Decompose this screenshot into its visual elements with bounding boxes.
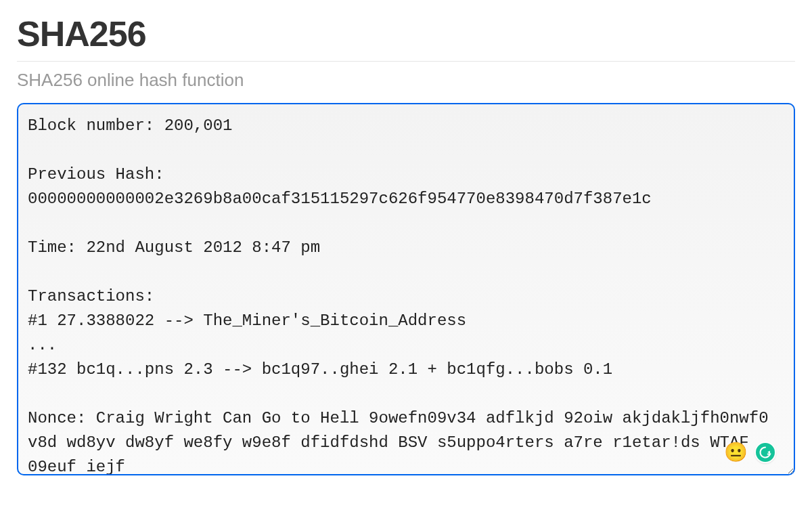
overlay-icons: 😐 <box>724 442 776 463</box>
title-divider <box>17 61 795 62</box>
grammarly-g-icon <box>759 446 772 459</box>
hash-input[interactable] <box>17 103 795 475</box>
page-title: SHA256 <box>17 14 795 54</box>
input-container: 😐 <box>17 103 795 478</box>
tone-emoji-icon[interactable]: 😐 <box>724 443 748 462</box>
page-subtitle: SHA256 online hash function <box>17 70 795 91</box>
grammarly-icon[interactable] <box>754 442 776 463</box>
